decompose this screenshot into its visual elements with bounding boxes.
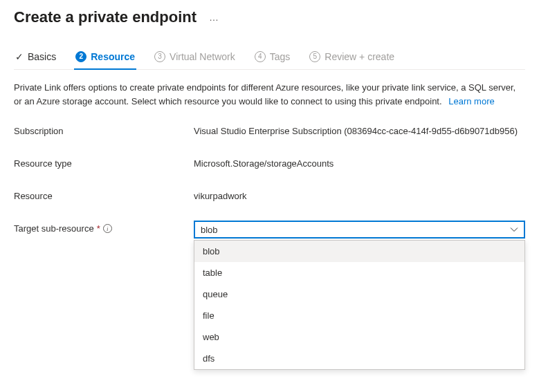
tab-label: Tags [270, 51, 291, 62]
required-asterisk: * [97, 223, 100, 234]
check-icon: ✓ [15, 51, 24, 62]
target-sub-resource-select[interactable]: blob [194, 221, 525, 239]
resource-label: Resource [14, 188, 194, 201]
select-value: blob [201, 225, 218, 235]
target-sub-resource-label: Target sub-resource * i [14, 221, 194, 234]
step-number-icon: 5 [309, 51, 320, 62]
subscription-value: Visual Studio Enterprise Subscription (0… [194, 123, 525, 136]
page-title: Create a private endpoint [14, 8, 197, 26]
resource-type-value: Microsoft.Storage/storageAccounts [194, 156, 525, 169]
option-blob[interactable]: blob [194, 241, 524, 262]
step-number-icon: 2 [75, 51, 86, 62]
resource-value: vikurpadwork [194, 188, 525, 201]
option-file[interactable]: file [194, 305, 524, 326]
tab-label: Basics [28, 51, 56, 62]
tab-review-create[interactable]: 5 Review + create [308, 46, 396, 69]
intro-text: Private Link offers options to create pr… [14, 81, 525, 108]
label-text: Target sub-resource [14, 223, 94, 234]
resource-type-label: Resource type [14, 156, 194, 169]
wizard-tabs: ✓ Basics 2 Resource 3 Virtual Network 4 … [14, 46, 525, 70]
tab-basics[interactable]: ✓ Basics [14, 46, 57, 69]
tab-resource[interactable]: 2 Resource [74, 46, 136, 69]
more-icon[interactable]: … [209, 12, 219, 23]
tab-label: Resource [91, 51, 135, 62]
subscription-label: Subscription [14, 123, 194, 136]
step-number-icon: 4 [255, 51, 266, 62]
chevron-down-icon [510, 225, 518, 234]
option-table[interactable]: table [194, 262, 524, 283]
tab-virtual-network[interactable]: 3 Virtual Network [153, 46, 237, 69]
option-dfs[interactable]: dfs [194, 348, 524, 369]
tab-tags[interactable]: 4 Tags [253, 46, 292, 69]
tab-label: Virtual Network [170, 51, 235, 62]
intro-body: Private Link offers options to create pr… [14, 82, 515, 106]
option-web[interactable]: web [194, 326, 524, 348]
target-sub-resource-dropdown: blob table queue file web dfs [194, 240, 525, 370]
tab-label: Review + create [325, 51, 394, 62]
step-number-icon: 3 [154, 51, 165, 62]
option-queue[interactable]: queue [194, 283, 524, 305]
learn-more-link[interactable]: Learn more [448, 96, 494, 106]
info-icon[interactable]: i [103, 224, 112, 233]
